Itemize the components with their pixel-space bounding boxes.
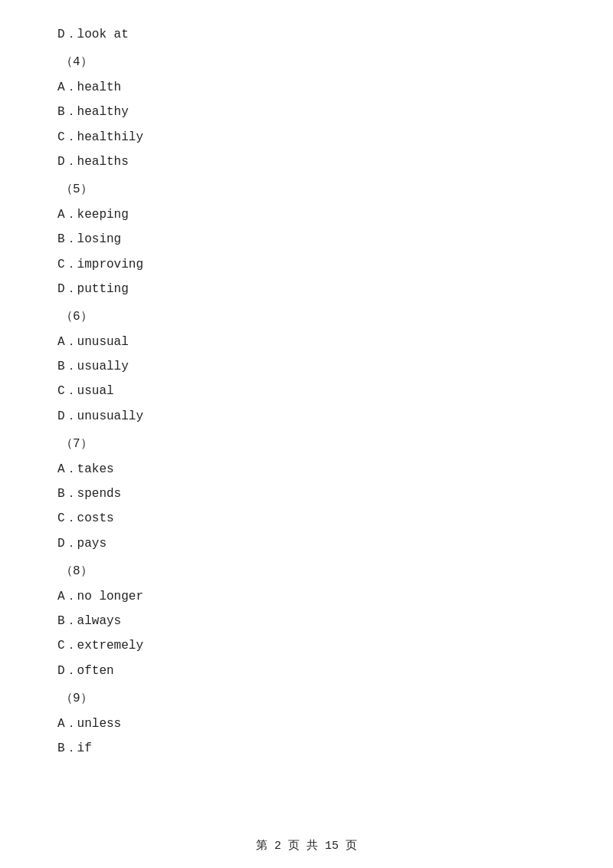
answer-line-b5: B．losing — [57, 228, 556, 251]
answer-line-c7: C．costs — [57, 507, 556, 530]
answer-line-d4: D．look at — [57, 23, 556, 46]
answer-line-b8: B．always — [57, 610, 556, 633]
answer-line-b6: B．usually — [57, 355, 556, 378]
answer-line-a4: A．health — [57, 76, 556, 99]
answer-line-a6: A．unusual — [57, 330, 556, 353]
answer-line-d5: D．putting — [57, 278, 556, 301]
answer-line-b4: B．healthy — [57, 100, 556, 123]
answer-line-c5: C．improving — [57, 253, 556, 276]
answer-line-a7: A．takes — [57, 458, 556, 481]
answer-line-a9: A．unless — [57, 712, 556, 735]
footer-text: 第 2 页 共 15 页 — [256, 840, 357, 853]
page-footer: 第 2 页 共 15 页 — [0, 838, 613, 853]
answer-line-d8: D．often — [57, 659, 556, 682]
answer-line-q5: （5） — [57, 178, 556, 201]
main-content: D．look at（4）A．healthB．healthyC．healthily… — [0, 0, 613, 807]
answer-line-c6: C．usual — [57, 380, 556, 403]
answer-line-d6: D．unusually — [57, 405, 556, 428]
answer-line-q6: （6） — [57, 305, 556, 328]
answer-line-q4: （4） — [57, 51, 556, 74]
answer-line-d4b: D．healths — [57, 150, 556, 173]
answer-line-d7: D．pays — [57, 532, 556, 555]
answer-line-a5: A．keeping — [57, 203, 556, 226]
answer-line-b9: B．if — [57, 737, 556, 760]
answer-line-q7: （7） — [57, 432, 556, 455]
answer-line-c4: C．healthily — [57, 126, 556, 149]
answer-line-a8: A．no longer — [57, 585, 556, 608]
answer-line-c8: C．extremely — [57, 634, 556, 657]
answer-line-q9: （9） — [57, 687, 556, 710]
answer-line-q8: （8） — [57, 560, 556, 583]
answer-line-b7: B．spends — [57, 482, 556, 505]
